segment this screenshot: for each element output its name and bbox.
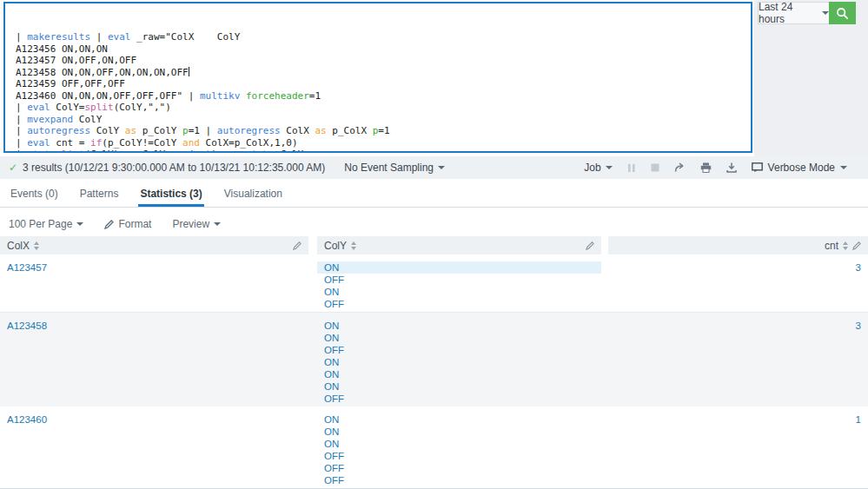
search-area: | makeresults | eval _raw="ColX ColYA123… — [0, 0, 868, 156]
search-icon — [836, 7, 849, 20]
cnt-value[interactable]: 3 — [856, 320, 861, 331]
coly-cell: ONONONOFFOFFOFF — [317, 413, 601, 486]
coly-value[interactable]: OFF — [317, 450, 601, 462]
coly-value[interactable]: OFF — [317, 462, 601, 474]
tab-events[interactable]: Events (0) — [9, 182, 60, 207]
pencil-icon[interactable] — [293, 241, 301, 250]
pencil-icon[interactable] — [852, 241, 861, 250]
coly-cell: ONONOFFONONONOFF — [317, 320, 601, 405]
results-summary: 3 results (10/12/21 9:30:00.000 AM to 10… — [23, 162, 325, 174]
column-header-coly[interactable]: ColY — [317, 236, 601, 254]
coly-value[interactable]: ON — [317, 332, 601, 344]
tab-visualization[interactable]: Visualization — [222, 182, 284, 207]
column-label: ColX — [7, 240, 30, 252]
sort-icon[interactable] — [34, 241, 39, 250]
query-line: | autoregress ColY as p_ColY p=1 | autor… — [16, 125, 740, 137]
table-body: A123457ONOFFONOFF3A123458ONONOFFONONONOF… — [0, 254, 868, 489]
column-label: ColY — [324, 240, 347, 252]
cnt-cell: 3 — [608, 320, 868, 405]
results-bar: ✓ 3 results (10/12/21 9:30:00.000 AM to … — [0, 156, 868, 179]
statistics-toolbar: 100 Per Page Format Preview — [0, 212, 868, 236]
job-menu[interactable]: Job — [584, 162, 612, 174]
search-button[interactable] — [829, 2, 856, 24]
query-line: A123456 ON,ON,ON — [16, 43, 740, 56]
pencil-icon[interactable] — [586, 241, 594, 250]
coly-cell: ONOFFONOFF — [317, 261, 601, 310]
chevron-down-icon — [840, 166, 847, 169]
chevron-down-icon — [606, 166, 613, 169]
format-label: Format — [118, 218, 151, 230]
coly-value[interactable]: ON — [317, 320, 601, 332]
column-label: cnt — [825, 240, 838, 252]
share-button[interactable] — [674, 162, 686, 173]
print-button[interactable] — [700, 162, 712, 173]
colx-value-link[interactable]: A123458 — [7, 320, 47, 331]
event-sampling-menu[interactable]: No Event Sampling — [344, 162, 445, 174]
text-cursor — [189, 67, 189, 76]
chevron-down-icon — [822, 11, 829, 15]
time-range-picker[interactable]: Last 24 hours — [758, 2, 829, 24]
column-header-colx[interactable]: ColX — [0, 236, 308, 254]
table-header: ColX ColY cnt — [0, 236, 868, 254]
results-tabs: Events (0) Patterns Statistics (3) Visua… — [0, 182, 868, 208]
query-line: | mvexpand ColY — [16, 114, 740, 126]
column-header-cnt[interactable]: cnt — [608, 236, 868, 254]
chevron-down-icon — [214, 222, 221, 226]
colx-value-link[interactable]: A123460 — [7, 414, 47, 425]
search-query: | makeresults | eval _raw="ColX ColYA123… — [16, 31, 740, 153]
coly-value[interactable]: OFF — [317, 474, 601, 486]
coly-value[interactable]: OFF — [317, 274, 601, 286]
colx-cell: A123460 — [0, 413, 308, 486]
coly-value[interactable]: ON — [317, 368, 601, 380]
share-icon — [674, 162, 686, 173]
cnt-cell: 1 — [608, 413, 868, 486]
cnt-cell: 3 — [608, 261, 868, 310]
cnt-value[interactable]: 1 — [856, 414, 861, 425]
coly-value[interactable]: ON — [317, 438, 601, 450]
sort-icon[interactable] — [351, 241, 356, 250]
coly-value[interactable]: OFF — [317, 298, 601, 310]
coly-value[interactable]: OFF — [317, 393, 601, 405]
download-icon — [726, 162, 737, 173]
pencil-icon — [104, 220, 114, 229]
query-line: A123459 OFF,OFF,OFF — [16, 78, 740, 90]
query-line: | eval ColY=split(ColY,",") — [16, 102, 740, 114]
per-page-label: 100 Per Page — [9, 218, 72, 230]
coly-value[interactable]: ON — [317, 356, 601, 368]
colx-cell: A123458 — [0, 320, 308, 405]
table-row: A123460ONONONOFFOFFOFF1 — [0, 406, 868, 489]
per-page-menu[interactable]: 100 Per Page — [9, 218, 83, 230]
pause-button[interactable] — [627, 163, 636, 173]
coly-value[interactable]: ON — [317, 261, 601, 274]
cnt-value[interactable]: 3 — [856, 262, 861, 273]
check-icon: ✓ — [9, 162, 17, 174]
coly-value[interactable]: OFF — [317, 344, 601, 356]
print-icon — [700, 162, 712, 173]
chevron-down-icon — [438, 166, 445, 169]
export-button[interactable] — [726, 162, 737, 173]
job-menu-label: Job — [584, 162, 600, 174]
verbose-mode-icon — [752, 162, 763, 173]
query-line: A123458 ON,ON,OFF,ON,ON,ON,OFF — [16, 67, 740, 79]
pause-icon — [627, 163, 636, 173]
query-line: A123460 ON,ON,ON,OFF,OFF,OFF" | multikv … — [16, 90, 740, 102]
search-mode-label: Verbose Mode — [768, 162, 835, 174]
colx-value-link[interactable]: A123457 — [7, 262, 47, 273]
tab-patterns[interactable]: Patterns — [78, 182, 121, 207]
time-panel: Last 24 hours — [754, 0, 868, 156]
coly-value[interactable]: ON — [317, 286, 601, 298]
format-button[interactable]: Format — [104, 218, 151, 230]
coly-value[interactable]: ON — [317, 426, 601, 438]
stop-icon — [651, 163, 659, 172]
coly-value[interactable]: ON — [317, 380, 601, 393]
preview-menu[interactable]: Preview — [172, 218, 221, 230]
tab-statistics[interactable]: Statistics (3) — [138, 182, 203, 207]
stop-button[interactable] — [651, 163, 659, 172]
colx-cell: A123457 — [0, 261, 308, 310]
search-mode-menu[interactable]: Verbose Mode — [752, 162, 847, 174]
search-query-input[interactable]: | makeresults | eval _raw="ColX ColYA123… — [3, 2, 752, 153]
preview-label: Preview — [172, 218, 209, 230]
sort-icon[interactable] — [843, 241, 848, 250]
coly-value[interactable]: ON — [317, 413, 601, 426]
time-range-label: Last 24 hours — [759, 1, 818, 25]
